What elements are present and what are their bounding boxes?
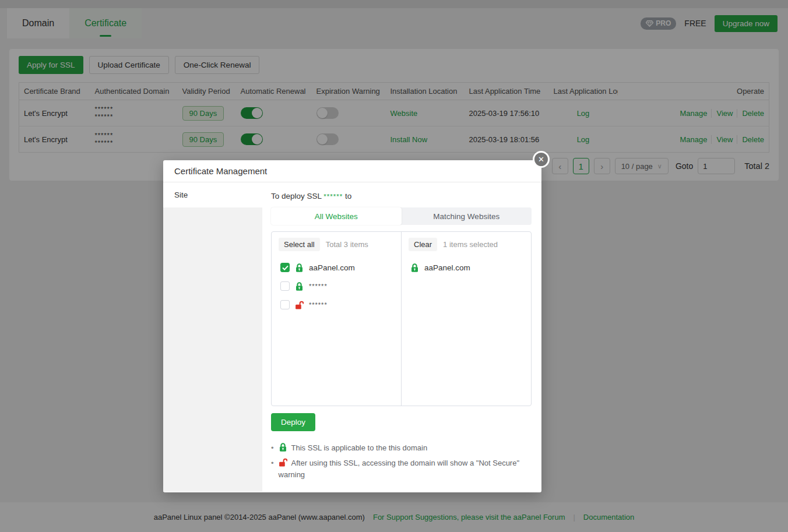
source-panel: Select all Total 3 items aaPanel.com (272, 232, 402, 406)
source-item[interactable]: aaPanel.com (279, 258, 394, 277)
modal-sidebar: Site (163, 182, 262, 492)
item-checkbox[interactable] (280, 300, 290, 309)
modal-content: To deploy SSL ****** to All Websites Mat… (262, 182, 541, 492)
target-panel: Clear 1 items selected aaPanel.com (402, 232, 531, 406)
note-text: This SSL is applicable to the this domai… (291, 443, 428, 452)
close-icon[interactable]: ✕ (533, 151, 550, 168)
sidebar-item-site[interactable]: Site (163, 182, 262, 207)
lock-icon (410, 263, 419, 273)
note-insecure: • After using this SSL, accessing the do… (271, 457, 532, 481)
source-item[interactable]: ****** (279, 277, 394, 295)
clear-button[interactable]: Clear (409, 238, 437, 251)
note-text: After using this SSL, accessing the doma… (279, 459, 519, 479)
site-label: ****** (309, 283, 328, 290)
modal-title: Certificate Management (163, 160, 541, 182)
unlock-icon (295, 300, 304, 310)
lock-icon (279, 442, 287, 452)
bullet-icon: • (271, 457, 274, 481)
tab-matching-websites[interactable]: Matching Websites (402, 207, 532, 225)
item-checkbox[interactable] (280, 263, 290, 272)
website-filter-tabs: All Websites Matching Websites (271, 207, 532, 225)
deploy-button[interactable]: Deploy (271, 413, 315, 431)
ssl-notes: • This SSL is applicable to the this dom… (271, 442, 532, 481)
source-count: Total 3 items (326, 240, 368, 249)
site-label: ****** (309, 301, 328, 308)
lock-icon (295, 281, 304, 291)
site-label: aaPanel.com (424, 263, 470, 272)
site-label: aaPanel.com (309, 263, 355, 272)
note-secure: • This SSL is applicable to the this dom… (271, 442, 532, 454)
deploy-target-line: To deploy SSL ****** to (271, 192, 532, 200)
target-item[interactable]: aaPanel.com (409, 258, 524, 277)
ssl-name: ****** (323, 193, 343, 200)
source-item[interactable]: ****** (279, 295, 394, 314)
lock-icon (295, 263, 304, 273)
tab-all-websites[interactable]: All Websites (271, 207, 402, 225)
certificate-management-modal: ✕ Certificate Management Site To deploy … (163, 160, 541, 492)
website-transfer: Select all Total 3 items aaPanel.com (271, 231, 532, 406)
item-checkbox[interactable] (280, 281, 290, 291)
unlock-icon (279, 457, 287, 467)
select-all-button[interactable]: Select all (279, 238, 320, 251)
target-count: 1 items selected (443, 240, 498, 249)
bullet-icon: • (271, 442, 274, 454)
